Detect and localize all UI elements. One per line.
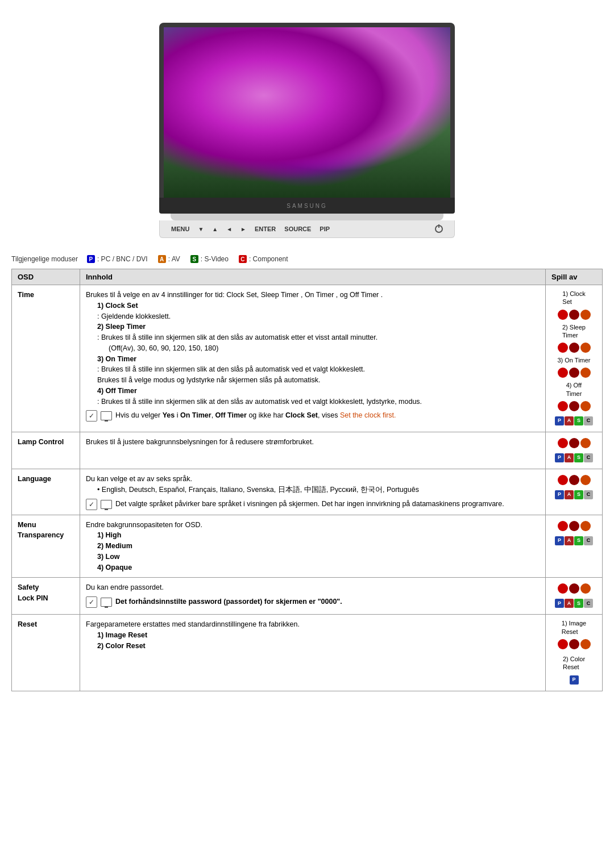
transparency-opaque: 4) Opaque: [86, 562, 540, 573]
language-note-text: Det valgte språket påvirker bare språket…: [115, 499, 504, 510]
pasc-lang-p: P: [555, 490, 564, 499]
menu-button[interactable]: MENU: [171, 226, 189, 232]
pasc-lamp-s: S: [574, 453, 583, 462]
label-1-clock: 1) ClockSet: [562, 290, 585, 306]
nav-btn-orange-safety: [580, 583, 591, 594]
safety-note-text: Det forhåndsinnstilte password (passorde…: [115, 596, 342, 607]
nav-btn-darkred-lang: [569, 475, 579, 485]
content-lamp: Brukes til å justere bakgrunnsbelysninge…: [80, 432, 546, 469]
nav-btn-darkred-reset1: [569, 639, 579, 649]
safety-note: ✓ Det forhåndsinnstilte password (passor…: [86, 596, 540, 608]
pasc-lang: P A S C: [555, 490, 593, 499]
on-timer-header: 3) On Timer: [86, 354, 540, 365]
play-reset: 1) ImageReset 2) ColorReset P: [546, 615, 603, 691]
nav-btns-lamp: [558, 438, 591, 448]
nav-btn-darkred-safety: [569, 583, 579, 594]
up-arrow[interactable]: ▲: [212, 226, 218, 232]
right-arrow[interactable]: ►: [240, 226, 246, 232]
pasc-time: P A S C: [555, 416, 593, 425]
power-button[interactable]: [435, 225, 443, 233]
off-timer-header: 4) Off Timer: [86, 386, 540, 397]
nav-btn-orange-4: [580, 401, 591, 411]
down-arrow[interactable]: ▼: [198, 226, 204, 232]
enter-button[interactable]: ENTER: [255, 226, 276, 232]
play-language: P A S C: [546, 469, 603, 515]
av-icon: A: [158, 255, 166, 263]
nav-btns-lang: [558, 475, 591, 485]
label-4-off: 4) OffTimer: [566, 381, 582, 398]
available-modes: Tilgjengelige moduser P : PC / BNC / DVI…: [11, 255, 603, 263]
pip-button[interactable]: PIP: [320, 226, 330, 232]
content-safety: Du kan endre passordet. ✓ Det forhåndsin…: [80, 578, 546, 615]
table-row-safety: SafetyLock PIN Du kan endre passordet. ✓…: [12, 578, 603, 615]
nav-btn-darkred-1: [569, 310, 579, 320]
safety-play-content: P A S C: [551, 582, 596, 610]
pasc-lamp-p: P: [555, 453, 564, 462]
clock-set-desc: : Gjeldende klokkeslett.: [86, 311, 540, 322]
clock-set-header: 1) Clock Set: [86, 301, 540, 311]
nav-btns-1: [558, 310, 591, 320]
osd-safety: SafetyLock PIN: [12, 578, 80, 615]
svideo-mode-text: : S-Video: [201, 255, 229, 263]
transparency-medium: 2) Medium: [86, 541, 540, 552]
label-3-on: 3) On Timer: [557, 356, 590, 364]
language-note: ✓ Det valgte språket påvirker bare språk…: [86, 499, 540, 510]
reset-color: 2) Color Reset: [86, 641, 540, 652]
sleep-timer-desc: : Brukes til å stille inn skjermen slik …: [86, 332, 540, 343]
nav-btn-orange-3: [580, 368, 591, 378]
header-play: Spill av: [546, 269, 603, 285]
mode-pc: P : PC / BNC / DVI: [87, 255, 148, 263]
pasc-lang-s: S: [574, 490, 583, 499]
screen-icon: [101, 411, 112, 420]
nav-btn-red-lamp: [558, 438, 568, 448]
nav-btns-4: [558, 401, 591, 411]
pasc-safety: P A S C: [555, 599, 593, 608]
nav-btn-darkred-lamp: [569, 438, 579, 448]
nav-btns-trans: [558, 521, 591, 531]
content-time: Brukes til å velge en av 4 innstillinger…: [80, 285, 546, 432]
lamp-play-content: P A S C: [551, 437, 596, 464]
transparency-high: 1) High: [86, 530, 540, 541]
pc-mode-text: : PC / BNC / DVI: [97, 255, 148, 263]
table-row-reset: Reset Fargeparametere erstattes med stan…: [12, 615, 603, 691]
reset-image: 1) Image Reset: [86, 630, 540, 641]
nav-btns-reset-1: [558, 639, 591, 649]
play-lamp: P A S C: [546, 432, 603, 469]
nav-btn-red-1: [558, 310, 568, 320]
time-note: ✓ Hvis du velger Yes i On Timer, Off Tim…: [86, 410, 540, 422]
screen-icon-safety: [101, 598, 112, 607]
nav-btn-red-2: [558, 343, 568, 353]
sleep-timer-header: 2) Sleep Timer: [86, 322, 540, 332]
label-2-sleep: 2) SleepTimer: [562, 323, 586, 340]
av-mode-text: : AV: [168, 255, 180, 263]
nav-btn-red-4: [558, 401, 568, 411]
label-1-image-reset: 1) ImageReset: [562, 619, 586, 636]
on-timer-desc2: Brukes til å velge modus og lydstyrke nå…: [86, 375, 540, 386]
mode-component: C : Component: [239, 255, 288, 263]
sleep-timer-values: (Off(Av), 30, 60, 90, 120, 150, 180): [86, 343, 540, 354]
component-icon: C: [239, 255, 247, 263]
screen-icon-lang: [101, 500, 112, 509]
content-reset: Fargeparametere erstattes med standardin…: [80, 615, 546, 691]
pasc-trans-c: C: [584, 536, 593, 545]
osd-transparency: MenuTransparency: [12, 515, 80, 578]
pasc-reset: P: [570, 675, 579, 685]
play-time: 1) ClockSet 2) SleepTimer 3) On Timer: [546, 285, 603, 432]
play-safety: P A S C: [546, 578, 603, 615]
play-transparency: P A S C: [546, 515, 603, 578]
time-note-text: Hvis du velger Yes i On Timer, Off Timer…: [115, 410, 396, 421]
pasc-lang-c: C: [584, 490, 593, 499]
table-row-language: Language Du kan velge et av av seks språ…: [12, 469, 603, 515]
osd-language: Language: [12, 469, 80, 515]
modes-label: Tilgjengelige moduser: [11, 255, 78, 263]
pasc-lamp-a: A: [565, 453, 574, 462]
tv-screen: [164, 27, 450, 198]
left-arrow[interactable]: ◄: [226, 226, 232, 232]
mode-svideo: S : S-Video: [190, 255, 229, 263]
checkmark-icon-lang: ✓: [86, 499, 97, 510]
nav-btn-red-3: [558, 368, 568, 378]
source-button[interactable]: SOURCE: [284, 226, 311, 232]
nav-btn-darkred-4: [569, 401, 579, 411]
transparency-low: 3) Low: [86, 552, 540, 562]
tv-stand-top: [171, 214, 443, 220]
